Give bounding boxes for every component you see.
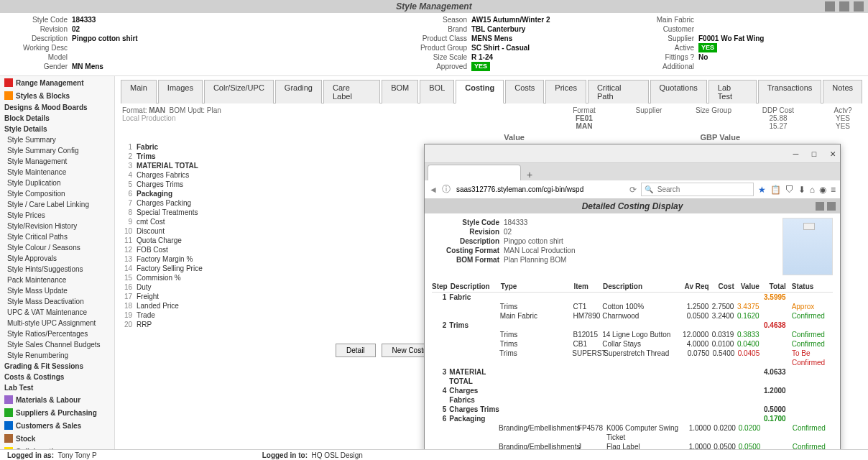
sidebar-item[interactable]: Style Composition <box>0 188 114 199</box>
detail-button[interactable]: Detail <box>336 344 376 357</box>
detail-row: Main FabricHM7890Charnwood0.05003.24000.… <box>432 311 833 321</box>
tab-bar: MainImagesColr/Size/UPCGradingCare Label… <box>121 79 862 104</box>
tab-colrsizeupc[interactable]: Colr/Size/UPC <box>204 80 274 104</box>
nav-materials[interactable]: Materials & Labour <box>0 393 114 406</box>
tab-main[interactable]: Main <box>121 80 157 104</box>
sidebar-item[interactable]: Style Management <box>0 156 114 167</box>
tab-carelabel[interactable]: Care Label <box>323 80 380 104</box>
download-icon[interactable]: ⬇ <box>798 185 805 195</box>
nav-labtest[interactable]: Lab Test <box>0 382 114 393</box>
nav-range[interactable]: Range Management <box>0 76 114 89</box>
sidebar-item[interactable]: Multi-style UPC Assignment <box>0 318 114 328</box>
sidebar-item[interactable]: Style Sales Channel Budgets <box>0 339 114 350</box>
page-search-icon[interactable] <box>816 202 824 211</box>
app-title: Style Management <box>396 1 471 12</box>
detail-row: Branding/EmbellishmentsFP4578K006 Comput… <box>432 423 833 442</box>
help-icon[interactable] <box>839 1 849 12</box>
tab-grading[interactable]: Grading <box>275 80 322 104</box>
tab-labtest[interactable]: Lab Test <box>708 80 757 104</box>
style-code-value: 184333 <box>72 15 96 24</box>
search-icon: 🔍 <box>645 185 653 193</box>
sidebar-item[interactable]: Style Critical Paths <box>0 231 114 242</box>
browser-window: — ☐ ✕ + ◄ ⓘ ⟳ 🔍 ★ 📋 ⛉ ⬇ ⌂ ◉ ≡ Detailed C… <box>424 144 841 453</box>
sidebar-item[interactable]: UPC & VAT Maintenance <box>0 307 114 318</box>
nav-grading[interactable]: Grading & Fit Sessions <box>0 361 114 372</box>
sidebar-item[interactable]: Style Duplication <box>0 178 114 188</box>
browser-tabs: + <box>425 163 840 180</box>
format-value: MAN <box>149 106 165 114</box>
approved-badge: YES <box>471 62 490 71</box>
sidebar-item[interactable]: Style Ratios/Percentages <box>0 328 114 339</box>
sidebar-item[interactable]: Style Hints/Suggestions <box>0 264 114 275</box>
clipboard-icon[interactable]: 📋 <box>770 185 781 195</box>
detail-row: 2Trims0.4638 <box>432 321 833 330</box>
nav-suppliers[interactable]: Suppliers & Purchasing <box>0 406 114 419</box>
sidebar-item[interactable]: Style Renumbering <box>0 350 114 361</box>
minimize-icon[interactable]: — <box>793 148 799 159</box>
tab-prices[interactable]: Prices <box>545 80 586 104</box>
url-input[interactable] <box>455 184 625 195</box>
sidebar-item[interactable]: Style Maintenance <box>0 167 114 178</box>
logged-user: Tony Tony P <box>57 451 96 459</box>
format-label: Format: <box>122 106 147 114</box>
globe-icon: ⓘ <box>442 183 451 196</box>
tab-quotations[interactable]: Quotations <box>650 80 707 104</box>
tab-criticalpath[interactable]: Critical Path <box>588 80 649 104</box>
sync-icon[interactable]: ◉ <box>819 185 826 195</box>
nav-style-details[interactable]: Style Details <box>0 124 114 134</box>
sidebar-item[interactable]: Style / Care Label Linking <box>0 199 114 210</box>
active-badge: YES <box>698 43 717 52</box>
new-tab-icon[interactable]: + <box>521 169 538 180</box>
shield-icon[interactable]: ⛉ <box>785 185 794 195</box>
nav-costs[interactable]: Costs & Costings <box>0 372 114 382</box>
home-icon[interactable]: ⌂ <box>810 185 815 195</box>
tab-bol[interactable]: BOL <box>420 80 454 104</box>
tab-costing[interactable]: Costing <box>456 80 504 104</box>
styles-icon <box>4 91 13 100</box>
reload-icon[interactable]: ⟳ <box>629 185 637 195</box>
browser-tab[interactable] <box>428 165 521 180</box>
sidebar-item[interactable]: Style Prices <box>0 210 114 221</box>
sidebar-item[interactable]: Style/Revision History <box>0 221 114 231</box>
materials-icon <box>4 395 13 404</box>
sidebar-item[interactable]: Style Mass Deactivation <box>0 296 114 307</box>
tab-costs[interactable]: Costs <box>505 80 544 104</box>
left-nav: Range Management Styles & Blocks Designs… <box>0 76 115 459</box>
sidebar-item[interactable]: Style Colour / Seasons <box>0 242 114 253</box>
sidebar-item[interactable]: Style Summary Config <box>0 145 114 156</box>
nav-designs[interactable]: Designs & Mood Boards <box>0 102 114 113</box>
tab-bom[interactable]: BOM <box>382 80 418 104</box>
product-image <box>782 218 833 275</box>
back-icon[interactable]: ◄ <box>429 185 438 195</box>
nav-block[interactable]: Block Details <box>0 113 114 124</box>
sidebar-item[interactable]: Style Summary <box>0 134 114 145</box>
menu-icon[interactable]: ≡ <box>831 185 836 195</box>
nav-customers[interactable]: Customers & Sales <box>0 419 114 432</box>
tab-transactions[interactable]: Transactions <box>758 80 822 104</box>
nav-styles[interactable]: Styles & Blocks <box>0 89 114 102</box>
detail-row: 4Charges Fabrics1.2000 <box>432 386 833 405</box>
detail-row: TrimsB1201514 Ligne Logo Button12.00000.… <box>432 330 833 339</box>
info-icon[interactable] <box>854 1 864 12</box>
tab-images[interactable]: Images <box>158 80 203 104</box>
stock-icon <box>4 434 13 443</box>
sidebar-item[interactable]: Style Approvals <box>0 253 114 264</box>
range-icon <box>4 78 13 87</box>
tab-notes[interactable]: Notes <box>823 80 862 104</box>
app-titlebar: Style Management <box>0 0 868 13</box>
browser-urlbar: ◄ ⓘ ⟳ 🔍 ★ 📋 ⛉ ⬇ ⌂ ◉ ≡ <box>425 180 840 199</box>
close-icon[interactable]: ✕ <box>830 148 836 159</box>
detail-row: TrimsSUPERSTSuperstretch Thread0.07500.5… <box>432 349 833 367</box>
browser-titlebar: — ☐ ✕ <box>425 144 840 163</box>
sidebar-item[interactable]: Style Mass Update <box>0 285 114 296</box>
star-icon[interactable]: ★ <box>758 185 766 195</box>
maximize-icon[interactable]: ☐ <box>811 148 817 159</box>
browser-search-input[interactable] <box>656 184 750 195</box>
logged-db: HQ OSL Design <box>312 451 363 459</box>
customers-icon <box>4 421 13 430</box>
suppliers-icon <box>4 408 13 417</box>
sidebar-item[interactable]: Pack Maintenance <box>0 275 114 285</box>
page-info-icon[interactable] <box>827 202 836 211</box>
search-icon[interactable] <box>825 1 835 12</box>
nav-stock[interactable]: Stock <box>0 432 114 445</box>
